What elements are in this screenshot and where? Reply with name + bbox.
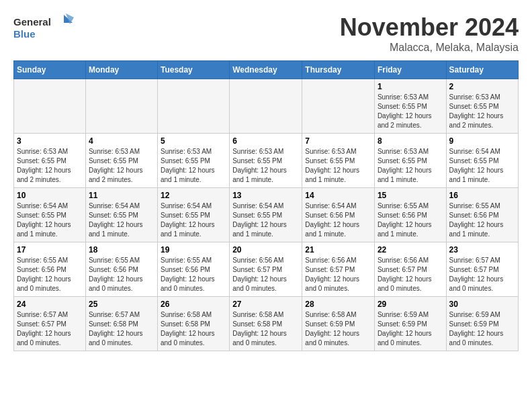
weekday-row: SundayMondayTuesdayWednesdayThursdayFrid… [14, 61, 519, 79]
calendar-cell [302, 79, 375, 134]
svg-text:General: General [13, 16, 51, 28]
calendar-cell: 24Sunrise: 6:57 AM Sunset: 6:57 PM Dayli… [14, 297, 86, 351]
day-info: Sunrise: 6:54 AM Sunset: 6:56 PM Dayligh… [305, 201, 371, 239]
calendar-cell: 12Sunrise: 6:54 AM Sunset: 6:55 PM Dayli… [158, 188, 230, 242]
calendar-cell: 21Sunrise: 6:56 AM Sunset: 6:57 PM Dayli… [302, 242, 375, 297]
day-info: Sunrise: 6:53 AM Sunset: 6:55 PM Dayligh… [89, 147, 154, 185]
calendar-body: 1Sunrise: 6:53 AM Sunset: 6:55 PM Daylig… [14, 79, 519, 351]
calendar-cell: 11Sunrise: 6:54 AM Sunset: 6:55 PM Dayli… [85, 188, 157, 242]
day-info: Sunrise: 6:57 AM Sunset: 6:58 PM Dayligh… [89, 310, 154, 348]
day-number: 27 [232, 300, 299, 309]
day-info: Sunrise: 6:55 AM Sunset: 6:56 PM Dayligh… [161, 256, 226, 293]
day-info: Sunrise: 6:53 AM Sunset: 6:55 PM Dayligh… [305, 147, 371, 185]
day-info: Sunrise: 6:55 AM Sunset: 6:56 PM Dayligh… [449, 201, 515, 239]
weekday-saturday: Saturday [446, 61, 518, 79]
day-info: Sunrise: 6:57 AM Sunset: 6:57 PM Dayligh… [17, 310, 83, 348]
weekday-sunday: Sunday [14, 61, 86, 79]
day-info: Sunrise: 6:53 AM Sunset: 6:55 PM Dayligh… [161, 147, 226, 185]
header: General Blue November 2024 Malacca, Mela… [13, 13, 519, 54]
day-info: Sunrise: 6:58 AM Sunset: 6:59 PM Dayligh… [305, 310, 371, 348]
day-info: Sunrise: 6:53 AM Sunset: 6:55 PM Dayligh… [378, 147, 443, 185]
calendar-cell: 27Sunrise: 6:58 AM Sunset: 6:58 PM Dayli… [230, 297, 302, 351]
day-number: 5 [161, 136, 226, 146]
calendar-header: SundayMondayTuesdayWednesdayThursdayFrid… [14, 61, 519, 79]
calendar-cell [230, 79, 302, 134]
calendar-week-row: 3Sunrise: 6:53 AM Sunset: 6:55 PM Daylig… [14, 134, 519, 188]
title-area: November 2024 Malacca, Melaka, Malaysia [340, 13, 519, 54]
day-info: Sunrise: 6:59 AM Sunset: 6:59 PM Dayligh… [449, 310, 515, 348]
day-info: Sunrise: 6:54 AM Sunset: 6:55 PM Dayligh… [89, 201, 154, 239]
day-info: Sunrise: 6:54 AM Sunset: 6:55 PM Dayligh… [449, 147, 515, 185]
day-info: Sunrise: 6:53 AM Sunset: 6:55 PM Dayligh… [378, 93, 443, 130]
day-info: Sunrise: 6:58 AM Sunset: 6:58 PM Dayligh… [232, 310, 299, 348]
calendar-cell: 25Sunrise: 6:57 AM Sunset: 6:58 PM Dayli… [85, 297, 157, 351]
calendar-table: SundayMondayTuesdayWednesdayThursdayFrid… [13, 60, 519, 351]
calendar-cell: 15Sunrise: 6:55 AM Sunset: 6:56 PM Dayli… [374, 188, 446, 242]
day-info: Sunrise: 6:53 AM Sunset: 6:55 PM Dayligh… [17, 147, 83, 185]
calendar-cell [158, 79, 230, 134]
weekday-monday: Monday [85, 61, 157, 79]
day-info: Sunrise: 6:56 AM Sunset: 6:57 PM Dayligh… [305, 256, 371, 293]
calendar-cell: 5Sunrise: 6:53 AM Sunset: 6:55 PM Daylig… [158, 134, 230, 188]
calendar-cell: 1Sunrise: 6:53 AM Sunset: 6:55 PM Daylig… [374, 79, 446, 134]
day-number: 30 [449, 300, 515, 309]
day-number: 19 [161, 245, 226, 255]
day-info: Sunrise: 6:54 AM Sunset: 6:55 PM Dayligh… [161, 201, 226, 239]
weekday-thursday: Thursday [302, 61, 375, 79]
day-number: 22 [378, 245, 443, 255]
day-info: Sunrise: 6:54 AM Sunset: 6:55 PM Dayligh… [232, 201, 299, 239]
calendar-cell: 8Sunrise: 6:53 AM Sunset: 6:55 PM Daylig… [374, 134, 446, 188]
calendar-subtitle: Malacca, Melaka, Malaysia [340, 42, 519, 54]
weekday-friday: Friday [374, 61, 446, 79]
day-number: 29 [378, 300, 443, 309]
day-number: 21 [305, 245, 371, 255]
calendar-cell: 10Sunrise: 6:54 AM Sunset: 6:55 PM Dayli… [14, 188, 86, 242]
day-number: 23 [449, 245, 515, 255]
day-info: Sunrise: 6:56 AM Sunset: 6:57 PM Dayligh… [232, 256, 299, 293]
day-number: 25 [89, 300, 154, 309]
day-number: 26 [161, 300, 226, 309]
calendar-cell: 16Sunrise: 6:55 AM Sunset: 6:56 PM Dayli… [446, 188, 518, 242]
day-number: 9 [449, 136, 515, 146]
weekday-tuesday: Tuesday [158, 61, 230, 79]
calendar-cell: 28Sunrise: 6:58 AM Sunset: 6:59 PM Dayli… [302, 297, 375, 351]
day-info: Sunrise: 6:56 AM Sunset: 6:57 PM Dayligh… [378, 256, 443, 293]
calendar-cell: 23Sunrise: 6:57 AM Sunset: 6:57 PM Dayli… [446, 242, 518, 297]
calendar-cell: 4Sunrise: 6:53 AM Sunset: 6:55 PM Daylig… [85, 134, 157, 188]
calendar-cell: 18Sunrise: 6:55 AM Sunset: 6:56 PM Dayli… [85, 242, 157, 297]
calendar-week-row: 10Sunrise: 6:54 AM Sunset: 6:55 PM Dayli… [14, 188, 519, 242]
day-info: Sunrise: 6:55 AM Sunset: 6:56 PM Dayligh… [17, 256, 83, 293]
calendar-cell: 7Sunrise: 6:53 AM Sunset: 6:55 PM Daylig… [302, 134, 375, 188]
day-number: 3 [17, 136, 83, 146]
calendar-cell: 29Sunrise: 6:59 AM Sunset: 6:59 PM Dayli… [374, 297, 446, 351]
logo-svg: General Blue [13, 13, 74, 44]
day-number: 10 [17, 191, 83, 200]
weekday-wednesday: Wednesday [230, 61, 302, 79]
day-number: 7 [305, 136, 371, 146]
day-info: Sunrise: 6:55 AM Sunset: 6:56 PM Dayligh… [378, 201, 443, 239]
calendar-week-row: 17Sunrise: 6:55 AM Sunset: 6:56 PM Dayli… [14, 242, 519, 297]
calendar-cell: 17Sunrise: 6:55 AM Sunset: 6:56 PM Dayli… [14, 242, 86, 297]
day-info: Sunrise: 6:54 AM Sunset: 6:55 PM Dayligh… [17, 201, 83, 239]
calendar-cell: 26Sunrise: 6:58 AM Sunset: 6:58 PM Dayli… [158, 297, 230, 351]
day-number: 16 [449, 191, 515, 200]
calendar-cell: 2Sunrise: 6:53 AM Sunset: 6:55 PM Daylig… [446, 79, 518, 134]
calendar-cell: 30Sunrise: 6:59 AM Sunset: 6:59 PM Dayli… [446, 297, 518, 351]
day-info: Sunrise: 6:57 AM Sunset: 6:57 PM Dayligh… [449, 256, 515, 293]
calendar-cell [85, 79, 157, 134]
calendar-cell: 6Sunrise: 6:53 AM Sunset: 6:55 PM Daylig… [230, 134, 302, 188]
day-number: 28 [305, 300, 371, 309]
day-number: 24 [17, 300, 83, 309]
day-number: 11 [89, 191, 154, 200]
calendar-cell [14, 79, 86, 134]
calendar-cell: 19Sunrise: 6:55 AM Sunset: 6:56 PM Dayli… [158, 242, 230, 297]
day-info: Sunrise: 6:53 AM Sunset: 6:55 PM Dayligh… [449, 93, 515, 130]
calendar-cell: 14Sunrise: 6:54 AM Sunset: 6:56 PM Dayli… [302, 188, 375, 242]
calendar-cell: 13Sunrise: 6:54 AM Sunset: 6:55 PM Dayli… [230, 188, 302, 242]
day-number: 18 [89, 245, 154, 255]
day-number: 17 [17, 245, 83, 255]
day-number: 4 [89, 136, 154, 146]
calendar-cell: 22Sunrise: 6:56 AM Sunset: 6:57 PM Dayli… [374, 242, 446, 297]
day-info: Sunrise: 6:55 AM Sunset: 6:56 PM Dayligh… [89, 256, 154, 293]
calendar-cell: 20Sunrise: 6:56 AM Sunset: 6:57 PM Dayli… [230, 242, 302, 297]
